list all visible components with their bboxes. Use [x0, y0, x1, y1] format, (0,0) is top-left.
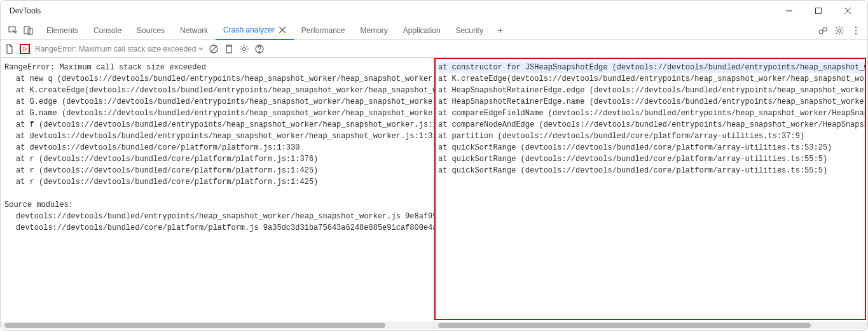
- svg-rect-1: [816, 8, 822, 14]
- tab-console[interactable]: Console: [86, 21, 129, 40]
- resolved-stack-line[interactable]: at quickSortRange (devtools://devtools/b…: [438, 153, 865, 165]
- error-dropdown[interactable]: RangeError: Maximum call stack size exce…: [35, 45, 203, 53]
- clear-icon[interactable]: [209, 44, 219, 54]
- stack-line: devtools://devtools/bundled/core/platfor…: [4, 222, 434, 234]
- right-h-scrollbar[interactable]: [434, 321, 867, 329]
- tab-security[interactable]: Security: [448, 21, 491, 40]
- device-toggle-icon[interactable]: [24, 25, 34, 36]
- close-button[interactable]: [833, 1, 862, 21]
- svg-point-14: [855, 32, 857, 34]
- svg-point-13: [855, 29, 857, 31]
- tab-label: Elements: [46, 26, 78, 35]
- tab-label: Memory: [361, 26, 388, 35]
- resolved-stack-line[interactable]: at compareNodeAndEdge (devtools://devtoo…: [438, 119, 865, 130]
- stack-line: at G.edge (devtools://devtools/bundled/e…: [4, 96, 434, 108]
- tab-label: Network: [180, 26, 208, 35]
- add-tab-button[interactable]: +: [491, 25, 509, 36]
- tab-application[interactable]: Application: [396, 21, 448, 40]
- stack-line: Source modules:: [4, 199, 434, 211]
- resolved-stack-line[interactable]: at compareEdgeFieldName (devtools://devt…: [438, 108, 865, 119]
- window-controls: [775, 1, 862, 21]
- resolved-stack-line[interactable]: at HeapSnapshotRetainerEdge.name (devtoo…: [438, 96, 865, 108]
- help-icon[interactable]: [254, 44, 265, 54]
- minimize-button[interactable]: [775, 1, 804, 21]
- stack-line: at r (devtools://devtools/bundled/core/p…: [4, 176, 434, 188]
- tab-sources[interactable]: Sources: [129, 21, 172, 40]
- svg-point-18: [243, 47, 246, 50]
- tab-label: Security: [456, 26, 483, 35]
- left-h-scrollbar[interactable]: [1, 321, 434, 329]
- tab-label: Performance: [301, 26, 345, 35]
- resolved-stack-line[interactable]: at quickSortRange (devtools://devtools/b…: [438, 142, 865, 153]
- stack-line: at devtools://devtools/bundled/entrypoin…: [4, 130, 434, 142]
- stack-line: at new q (devtools://devtools/bundled/en…: [4, 73, 434, 85]
- tab-label: Crash analyzer: [223, 25, 275, 34]
- tab-label: Console: [93, 26, 121, 35]
- resolved-stack-line[interactable]: at K.createEdge(devtools://devtools/bund…: [438, 73, 865, 85]
- left-pane: RangeError: Maximum call stack size exce…: [1, 58, 434, 330]
- tab-memory[interactable]: Memory: [353, 21, 396, 40]
- dropdown-label: RangeError: Maximum call stack size exce…: [35, 45, 196, 53]
- svg-point-10: [823, 27, 827, 31]
- right-stack-body[interactable]: at constructor for JSHeapSnapshotEdge (d…: [434, 58, 866, 320]
- close-tab-icon[interactable]: [279, 26, 286, 34]
- left-stack-body[interactable]: RangeError: Maximum call stack size exce…: [1, 58, 434, 321]
- main-split: RangeError: Maximum call stack size exce…: [1, 58, 867, 330]
- stack-line: at G.name (devtools://devtools/bundled/e…: [4, 108, 434, 119]
- inspect-element-icon[interactable]: [8, 25, 18, 36]
- right-pane: at constructor for JSHeapSnapshotEdge (d…: [434, 58, 867, 330]
- svg-line-16: [210, 46, 217, 52]
- resolved-stack-line[interactable]: at HeapSnapshotRetainerEdge.edge (devtoo…: [438, 85, 865, 96]
- copy-icon[interactable]: [224, 44, 234, 54]
- stack-line: at r (devtools://devtools/bundled/core/p…: [4, 153, 434, 165]
- stack-line: at K.createEdge(devtools://devtools/bund…: [4, 85, 434, 96]
- gear-icon[interactable]: [239, 44, 249, 54]
- run-analysis-icon[interactable]: [20, 44, 30, 54]
- new-analysis-icon[interactable]: [4, 44, 15, 54]
- window-titlebar: DevTools: [1, 1, 867, 21]
- tab-network[interactable]: Network: [172, 21, 216, 40]
- tab-label: Application: [403, 26, 441, 35]
- svg-point-11: [838, 29, 841, 32]
- maximize-button[interactable]: [804, 1, 833, 21]
- stack-line: RangeError: Maximum call stack size exce…: [4, 62, 434, 73]
- tab-crash-analyzer[interactable]: Crash analyzer: [216, 21, 294, 40]
- tabs-bar: Elements Console Sources Network Crash a…: [1, 21, 867, 40]
- toolbar-right: [818, 25, 865, 36]
- inspect-tools: [3, 25, 39, 36]
- stack-line: devtools://devtools/bundled/entrypoints/…: [4, 211, 434, 222]
- tab-elements[interactable]: Elements: [39, 21, 86, 40]
- stack-line: at f (devtools://devtools/bundled/entryp…: [4, 119, 434, 130]
- svg-point-20: [259, 51, 260, 52]
- window-title: DevTools: [10, 6, 775, 15]
- whats-new-icon[interactable]: [818, 25, 828, 36]
- chevron-down-icon: [198, 46, 203, 52]
- resolved-stack-line[interactable]: at quickSortRange (devtools://devtools/b…: [438, 165, 865, 176]
- tab-label: Sources: [137, 26, 165, 35]
- svg-point-9: [819, 30, 823, 34]
- stack-line: at devtools://devtools/bundled/core/plat…: [4, 142, 434, 153]
- resolved-stack-line[interactable]: at constructor for JSHeapSnapshotEdge (d…: [438, 62, 865, 73]
- tab-performance[interactable]: Performance: [294, 21, 353, 40]
- svg-point-12: [855, 26, 857, 27]
- more-icon[interactable]: [851, 25, 861, 36]
- svg-rect-5: [24, 27, 30, 34]
- resolved-stack-line[interactable]: at partition (devtools://devtools/bundle…: [438, 130, 865, 142]
- stack-line: at r (devtools://devtools/bundled/core/p…: [4, 165, 434, 176]
- crash-toolbar: RangeError: Maximum call stack size exce…: [1, 40, 867, 58]
- settings-icon[interactable]: [834, 25, 844, 36]
- svg-rect-17: [226, 46, 231, 53]
